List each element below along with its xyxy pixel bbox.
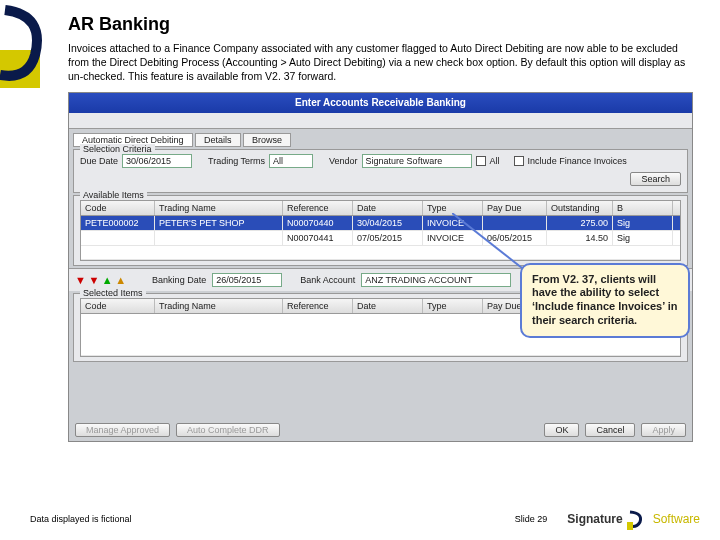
- banking-date-label: Banking Date: [152, 275, 206, 285]
- include-finance-label: Include Finance Invoices: [528, 156, 627, 166]
- slide-number: Slide 29: [515, 514, 548, 524]
- bank-account-input[interactable]: ANZ TRADING ACCOUNT: [361, 273, 511, 287]
- available-items: Available Items Code Trading Name Refere…: [73, 195, 688, 266]
- cell: 30/04/2015: [353, 216, 423, 230]
- tab-browse[interactable]: Browse: [243, 133, 291, 147]
- vendor-input[interactable]: Signature Software: [362, 154, 472, 168]
- cell: INVOICE: [423, 231, 483, 245]
- description: Invoices attached to a Finance Company a…: [68, 41, 700, 84]
- page-title: AR Banking: [68, 14, 700, 35]
- cell: 07/05/2015: [353, 231, 423, 245]
- available-legend: Available Items: [80, 190, 147, 200]
- cell: PETER'S PET SHOP: [155, 216, 283, 230]
- move-down-icon[interactable]: ▼: [75, 274, 86, 286]
- table-row[interactable]: PETE000002 PETER'S PET SHOP N00070440 30…: [81, 216, 680, 231]
- tab-details[interactable]: Details: [195, 133, 241, 147]
- disclaimer: Data displayed is fictional: [30, 514, 132, 524]
- selection-legend: Selection Criteria: [80, 144, 155, 154]
- ok-button[interactable]: OK: [544, 423, 579, 437]
- cell: N00070440: [283, 216, 353, 230]
- window-title: Enter Accounts Receivable Banking: [69, 93, 692, 113]
- vendor-label: Vendor: [329, 156, 358, 166]
- available-grid: Code Trading Name Reference Date Type Pa…: [80, 200, 681, 261]
- banking-date-input[interactable]: 26/05/2015: [212, 273, 282, 287]
- col-date[interactable]: Date: [353, 299, 423, 313]
- move-down-all-icon[interactable]: ▼: [88, 274, 99, 286]
- selection-criteria: Selection Criteria Due Date 30/06/2015 T…: [73, 149, 688, 193]
- selected-legend: Selected Items: [80, 288, 146, 298]
- col-ref[interactable]: Reference: [283, 201, 353, 215]
- table-row[interactable]: N00070441 07/05/2015 INVOICE 06/05/2015 …: [81, 231, 680, 246]
- move-up-icon[interactable]: ▲: [102, 274, 113, 286]
- col-out[interactable]: Outstanding: [547, 201, 613, 215]
- bank-account-label: Bank Account: [300, 275, 355, 285]
- window-toolbar: [69, 113, 692, 129]
- svg-rect-1: [627, 522, 633, 530]
- all-label: All: [490, 156, 500, 166]
- col-b[interactable]: B: [613, 201, 673, 215]
- cell: 275.00: [547, 216, 613, 230]
- col-code[interactable]: Code: [81, 299, 155, 313]
- app-window: Enter Accounts Receivable Banking Automa…: [68, 92, 693, 442]
- due-date-input[interactable]: 30/06/2015: [122, 154, 192, 168]
- col-type[interactable]: Type: [423, 201, 483, 215]
- move-up-all-icon[interactable]: ▲: [115, 274, 126, 286]
- table-row: [81, 246, 680, 260]
- apply-button[interactable]: Apply: [641, 423, 686, 437]
- due-date-label: Due Date: [80, 156, 118, 166]
- col-name[interactable]: Trading Name: [155, 299, 283, 313]
- auto-complete-button[interactable]: Auto Complete DDR: [176, 423, 280, 437]
- cell: Sig: [613, 216, 673, 230]
- callout-box: From V2. 37, clients will have the abili…: [520, 263, 690, 338]
- col-date[interactable]: Date: [353, 201, 423, 215]
- cell: [483, 216, 547, 230]
- trading-terms-label: Trading Terms: [208, 156, 265, 166]
- cell: 06/05/2015: [483, 231, 547, 245]
- cell: PETE000002: [81, 216, 155, 230]
- col-ref[interactable]: Reference: [283, 299, 353, 313]
- col-type[interactable]: Type: [423, 299, 483, 313]
- brand-logo: Signature Software: [567, 508, 700, 530]
- cell: N00070441: [283, 231, 353, 245]
- cell: [155, 231, 283, 245]
- swirl-icon: [627, 508, 649, 530]
- cell: Sig: [613, 231, 673, 245]
- col-code[interactable]: Code: [81, 201, 155, 215]
- slide-corner-graphic: [0, 0, 60, 90]
- manage-approved-button[interactable]: Manage Approved: [75, 423, 170, 437]
- cell: INVOICE: [423, 216, 483, 230]
- col-due[interactable]: Pay Due: [483, 201, 547, 215]
- cell: [81, 231, 155, 245]
- search-button[interactable]: Search: [630, 172, 681, 186]
- cancel-button[interactable]: Cancel: [585, 423, 635, 437]
- col-name[interactable]: Trading Name: [155, 201, 283, 215]
- trading-terms-input[interactable]: All: [269, 154, 313, 168]
- all-checkbox[interactable]: [476, 156, 486, 166]
- include-finance-checkbox[interactable]: [514, 156, 524, 166]
- cell: 14.50: [547, 231, 613, 245]
